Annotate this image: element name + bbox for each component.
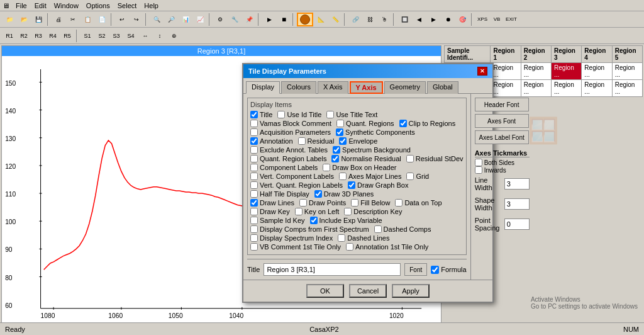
cb-inwards[interactable]: Inwards bbox=[475, 166, 530, 174]
cb-synth-comp[interactable]: Synthetic Components bbox=[336, 128, 415, 136]
cb-excl-annot[interactable]: Exclude Annot. Tables bbox=[250, 146, 328, 154]
cb-include-exp-input[interactable] bbox=[310, 217, 318, 224]
tb-target[interactable]: 🎯 bbox=[455, 13, 469, 26]
tb-undo[interactable]: ↩ bbox=[115, 13, 129, 26]
cb-disp-comps[interactable]: Display Comps from First Spectrum bbox=[250, 225, 369, 233]
cb-spectrum-bg[interactable]: Spectrum Background bbox=[333, 146, 411, 154]
cb-key-on-left[interactable]: Key on Left bbox=[295, 208, 340, 215]
cb-quant-rl-input[interactable] bbox=[250, 155, 258, 162]
title-input[interactable] bbox=[264, 263, 401, 276]
tb2-5[interactable]: R5 bbox=[60, 29, 74, 43]
cb-fill-below[interactable]: Fill Below bbox=[351, 199, 390, 207]
cb-clip-input[interactable] bbox=[399, 120, 407, 127]
tb-tool[interactable]: 🔧 bbox=[228, 13, 242, 26]
cb-inwards-input[interactable] bbox=[475, 166, 482, 174]
tab-yaxis[interactable]: Y Axis bbox=[350, 81, 383, 94]
menu-window[interactable]: Window bbox=[50, 2, 82, 9]
tb-pin[interactable]: 📌 bbox=[242, 13, 256, 26]
cb-envelope-input[interactable] bbox=[339, 137, 347, 145]
cb-grid[interactable]: Grid bbox=[406, 173, 429, 180]
cb-include-exp[interactable]: Include Exp Variable bbox=[310, 217, 382, 224]
tb-pkg[interactable]: XPS bbox=[475, 13, 489, 26]
tab-display[interactable]: Display bbox=[246, 81, 280, 94]
cb-sample-id-input[interactable] bbox=[250, 217, 258, 224]
tb-xps[interactable]: VB bbox=[490, 13, 504, 26]
cb-synth-comp-input[interactable] bbox=[336, 128, 343, 136]
tile-display-dialog[interactable]: Tile Display Parameters ✕ Display Colour… bbox=[242, 63, 494, 303]
tb-redo[interactable]: ↪ bbox=[130, 13, 143, 26]
tb-measure[interactable]: 📏 bbox=[328, 13, 342, 26]
tb-process[interactable]: 📐 bbox=[314, 13, 328, 26]
tb-chain[interactable]: ⛓ bbox=[363, 13, 377, 26]
tb2-10[interactable]: ↔ bbox=[138, 29, 152, 43]
ok-button[interactable]: OK bbox=[306, 284, 344, 298]
cb-use-id-title[interactable]: Use Id Title bbox=[277, 111, 321, 118]
axes-font-button[interactable]: Axes Font bbox=[475, 114, 529, 128]
cb-draw-graph-box-input[interactable] bbox=[348, 181, 355, 189]
tb2-7[interactable]: S2 bbox=[95, 29, 109, 43]
cb-use-title-text[interactable]: Use Title Text bbox=[326, 111, 377, 118]
cb-key-on-left-input[interactable] bbox=[295, 208, 303, 215]
cb-fill-below-input[interactable] bbox=[351, 199, 358, 207]
cb-spectrum-bg-input[interactable] bbox=[333, 146, 340, 154]
cb-quant-regions-input[interactable] bbox=[336, 120, 344, 127]
tb-new[interactable]: 📁 bbox=[3, 13, 16, 26]
tb-paste[interactable]: 📄 bbox=[95, 13, 109, 26]
cb-desc-key[interactable]: Description Key bbox=[344, 208, 402, 215]
tb-save[interactable]: 💾 bbox=[31, 13, 45, 26]
tb-zoom-out[interactable]: 🔎 bbox=[164, 13, 178, 26]
menu-edit[interactable]: Edit bbox=[31, 2, 50, 9]
cb-desc-key-input[interactable] bbox=[344, 208, 352, 215]
menu-select[interactable]: Select bbox=[114, 2, 141, 9]
title-font-button[interactable]: Font bbox=[404, 263, 427, 276]
cb-draw-box[interactable]: Draw Box on Header bbox=[323, 164, 396, 171]
tab-geometry[interactable]: Geometry bbox=[384, 81, 426, 94]
cb-vert-comp[interactable]: Vert. Component Labels bbox=[250, 173, 334, 180]
cb-excl-annot-input[interactable] bbox=[250, 146, 258, 154]
cb-vert-quant-input[interactable] bbox=[250, 181, 258, 189]
cb-draw-points[interactable]: Draw Points bbox=[299, 199, 346, 207]
cb-vamas-input[interactable] bbox=[250, 120, 258, 127]
cb-quant-rl[interactable]: Quant. Region Labels bbox=[250, 155, 326, 162]
tb-graph[interactable]: 📈 bbox=[193, 13, 207, 26]
cb-annotation-input[interactable] bbox=[250, 137, 258, 145]
cb-draw-3d-input[interactable] bbox=[314, 190, 322, 198]
menu-options[interactable]: Options bbox=[82, 2, 114, 9]
cb-residual[interactable]: Residual bbox=[298, 137, 335, 145]
cb-annotation[interactable]: Annotation bbox=[250, 137, 293, 145]
cb-disp-comps-input[interactable] bbox=[250, 225, 258, 233]
cb-data-on-top-input[interactable] bbox=[395, 199, 402, 207]
cancel-button[interactable]: Cancel bbox=[349, 284, 387, 298]
cb-envelope[interactable]: Envelope bbox=[339, 137, 377, 145]
cb-both-sides-input[interactable] bbox=[475, 159, 482, 166]
tab-colours[interactable]: Colours bbox=[281, 81, 316, 94]
cb-vert-quant[interactable]: Vert. Quant. Region Labels bbox=[250, 181, 343, 189]
cb-annot-1st[interactable]: Annotation 1st Tile Only bbox=[346, 243, 428, 251]
cb-vert-comp-input[interactable] bbox=[250, 173, 258, 180]
cb-norm-residual[interactable]: Normalise Residual bbox=[331, 155, 401, 162]
cb-clip[interactable]: Clip to Regions bbox=[399, 120, 456, 127]
header-font-button[interactable]: Header Font bbox=[475, 98, 529, 111]
cb-annot-1st-input[interactable] bbox=[346, 243, 353, 251]
tab-global[interactable]: Global bbox=[427, 81, 458, 94]
tb-cursor[interactable]: 🖱 bbox=[377, 13, 391, 26]
tb-box[interactable]: 🔲 bbox=[397, 13, 411, 26]
cb-title-input[interactable] bbox=[250, 111, 258, 118]
cb-both-sides[interactable]: Both Sides bbox=[475, 159, 530, 166]
cb-norm-residual-input[interactable] bbox=[331, 155, 339, 162]
tab-xaxis[interactable]: X Axis bbox=[318, 81, 348, 94]
cb-data-on-top[interactable]: Data on Top bbox=[395, 199, 441, 207]
apply-button[interactable]: Apply bbox=[392, 284, 430, 298]
cb-residual-stdev-input[interactable] bbox=[406, 155, 414, 162]
cb-acq-params-input[interactable] bbox=[250, 128, 258, 136]
point-spacing-input[interactable] bbox=[504, 219, 530, 230]
tb-exit[interactable]: EXIT bbox=[504, 13, 518, 26]
cb-use-title-text-input[interactable] bbox=[326, 111, 334, 118]
cb-use-id-title-input[interactable] bbox=[277, 111, 285, 118]
tb-link[interactable]: 🔗 bbox=[348, 13, 362, 26]
tb2-4[interactable]: R4 bbox=[46, 29, 60, 43]
cb-dashed-lines-input[interactable] bbox=[338, 234, 345, 242]
tb2-8[interactable]: S3 bbox=[109, 29, 123, 43]
tb2-11[interactable]: ↕ bbox=[153, 29, 167, 43]
formula-checkbox[interactable] bbox=[431, 266, 439, 274]
